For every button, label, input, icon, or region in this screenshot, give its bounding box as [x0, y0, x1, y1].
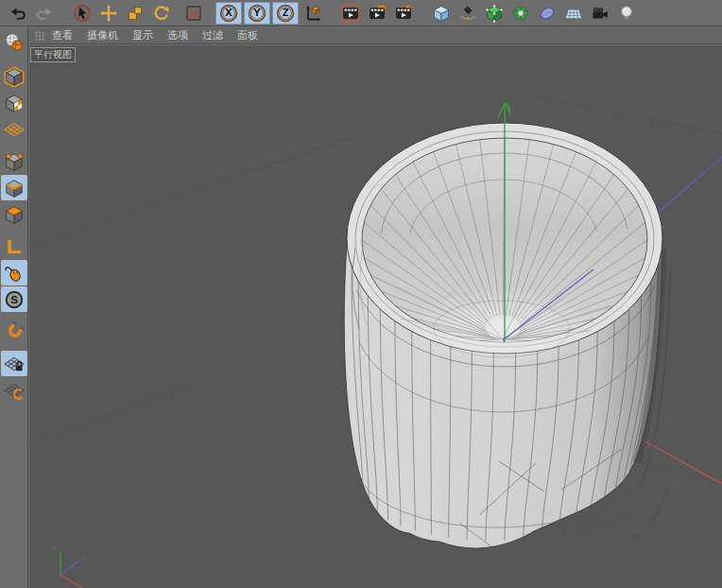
subdivision-surface-button[interactable] [482, 2, 507, 25]
coord-swap-button[interactable] [181, 2, 206, 25]
redo-button[interactable] [32, 2, 57, 25]
generators-button[interactable] [508, 2, 533, 25]
environment-icon [564, 4, 583, 23]
menu-item-view[interactable]: 查看 [52, 28, 73, 43]
spline-pen-button[interactable] [456, 2, 480, 25]
menu-item-filter[interactable]: 过滤 [202, 28, 223, 43]
render-picture-viewer-icon [368, 4, 387, 23]
points-mode-button[interactable] [1, 148, 27, 174]
camera-icon [591, 4, 610, 23]
scale-icon [126, 4, 145, 23]
x-axis-letter: X [225, 8, 232, 18]
x-axis-lock-button[interactable]: X [215, 2, 242, 25]
deformers-icon [538, 4, 557, 23]
deformers-button[interactable] [535, 2, 559, 25]
render-view-icon [341, 4, 360, 23]
magnet-icon [4, 321, 25, 342]
snap-button[interactable]: S [1, 286, 27, 312]
tweak-mode-icon [4, 263, 25, 284]
lock-workplane-button[interactable] [1, 351, 27, 376]
camera-button[interactable] [588, 2, 612, 25]
viewport-canvas[interactable]: YZX [29, 45, 722, 588]
workplane-mode-icon [4, 119, 25, 140]
workplane-clamp-button[interactable] [1, 377, 27, 403]
y-axis-letter: Y [253, 8, 260, 18]
rotate-tool-button[interactable] [149, 2, 174, 25]
y-axis-lock-button[interactable]: Y [244, 2, 270, 25]
snap-letter: S [10, 294, 18, 305]
live-selection-button[interactable] [70, 2, 95, 25]
render-picture-viewer-button[interactable] [365, 2, 389, 25]
move-tool-button[interactable] [96, 2, 121, 25]
cinema4d-window: X Y Z [0, 0, 722, 588]
primitive-cube-icon [432, 4, 451, 23]
viewport[interactable]: YZX 平行视图 [29, 45, 722, 588]
lock-workplane-icon [4, 354, 25, 374]
svg-text:Z: Z [82, 554, 87, 561]
menu-item-panel[interactable]: 面板 [237, 28, 258, 43]
make-editable-button[interactable] [1, 28, 27, 57]
coordinate-system-icon [303, 4, 322, 23]
points-mode-icon [4, 151, 25, 172]
undo-button[interactable] [6, 2, 30, 25]
enable-axis-icon [4, 236, 25, 257]
model-mode-icon [4, 66, 25, 87]
grid-handle-icon[interactable] [35, 31, 44, 41]
viewport-menubar: 查看 摄像机 显示 选项 过滤 面板 [29, 27, 722, 44]
model-mode-button[interactable] [1, 63, 27, 89]
environment-button[interactable] [561, 2, 586, 25]
workplane-mode-button[interactable] [1, 116, 27, 142]
enable-axis-button[interactable] [1, 233, 27, 259]
workplane-clamp-icon [4, 380, 25, 401]
edges-mode-button[interactable] [1, 175, 27, 200]
snap-icon: S [4, 289, 25, 310]
make-editable-icon [4, 32, 25, 53]
coord-swap-icon [184, 4, 203, 23]
magnet-button[interactable] [1, 319, 27, 344]
rotate-icon [152, 4, 171, 23]
polygons-mode-button[interactable] [1, 201, 27, 227]
top-toolbar: X Y Z [0, 0, 722, 26]
redo-icon [35, 4, 54, 23]
primitive-cube-button[interactable] [429, 2, 454, 25]
undo-icon [9, 4, 27, 23]
texture-mode-icon [4, 93, 25, 113]
scale-tool-button[interactable] [123, 2, 147, 25]
render-view-button[interactable] [338, 2, 363, 25]
menu-item-options[interactable]: 选项 [167, 28, 188, 43]
menu-item-display[interactable]: 显示 [132, 28, 153, 43]
spline-pen-icon [458, 4, 477, 23]
polygons-mode-icon [4, 204, 25, 225]
light-button[interactable] [614, 2, 639, 25]
light-icon [617, 4, 636, 23]
edges-mode-icon [4, 178, 25, 199]
subdivision-surface-icon [485, 4, 504, 23]
view-type-label: 平行视图 [30, 47, 76, 62]
menu-item-camera[interactable]: 摄像机 [87, 28, 118, 43]
mode-palette: S [0, 27, 28, 588]
generators-icon [511, 4, 530, 23]
render-settings-icon [394, 4, 413, 23]
coordinate-system-button[interactable] [301, 2, 325, 25]
texture-mode-button[interactable] [1, 90, 27, 115]
z-axis-lock-button[interactable]: Z [272, 2, 299, 25]
tweak-mode-button[interactable] [1, 260, 27, 285]
live-selection-icon [73, 4, 92, 23]
render-settings-button[interactable] [391, 2, 416, 25]
z-axis-letter: Z [283, 8, 289, 18]
svg-text:Y: Y [53, 545, 58, 552]
move-icon [99, 4, 118, 23]
